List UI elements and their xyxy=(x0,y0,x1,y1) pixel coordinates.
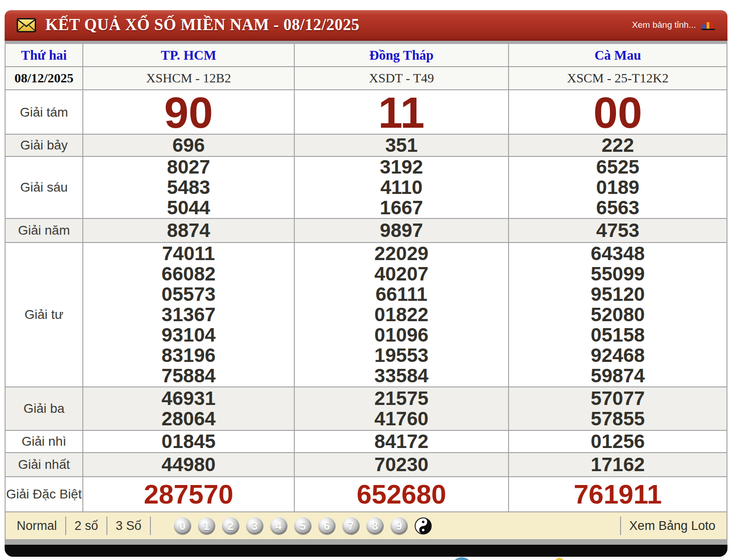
special-prize-number: 287570 xyxy=(144,480,234,508)
province-table-link[interactable]: Xem bảng tỉnh... xyxy=(632,20,696,30)
prize-number: 44980 xyxy=(162,454,216,475)
separator xyxy=(106,516,107,535)
prize-number: 66111 xyxy=(375,284,427,305)
prize-cell: 761911 xyxy=(509,477,727,511)
prize-cell: 22029 40207 66111 01822 01096 19553 3358… xyxy=(295,243,509,386)
prize8-row: Giải tám 90 11 00 xyxy=(6,90,727,135)
prize-cell: 90 xyxy=(83,90,295,135)
prize-cell: 696 xyxy=(83,135,295,156)
column-header-camau[interactable]: Cà Mau xyxy=(509,44,727,66)
mode-2-digits[interactable]: 2 số xyxy=(75,519,98,533)
loto-table-link[interactable]: Xem Bảng Loto xyxy=(629,519,715,533)
digit-ball-5[interactable]: 5 xyxy=(294,517,311,535)
prize-label-cell: Giải sáu xyxy=(6,157,83,218)
prize-cell: 11 xyxy=(295,90,509,135)
prize-number: 41760 xyxy=(374,409,429,429)
prize-cell: 57077 57855 xyxy=(509,387,727,430)
prize-cell: 01845 xyxy=(83,431,295,452)
separator xyxy=(65,516,66,535)
bar-chart-icon[interactable] xyxy=(702,19,715,31)
prize-label: Giải tám xyxy=(20,105,68,120)
prize-number: 17162 xyxy=(591,454,645,475)
header-right: Xem bảng tỉnh... xyxy=(632,19,715,31)
digit-ball-8[interactable]: 8 xyxy=(366,517,384,535)
prize-number: 4110 xyxy=(380,177,422,198)
prize-label: Giải sáu xyxy=(20,180,68,195)
prize-number: 8874 xyxy=(167,220,210,241)
draw-date: 08/12/2025 xyxy=(14,71,74,86)
prize-label: Giải bảy xyxy=(20,138,68,153)
prize-cell: 8874 xyxy=(83,219,295,242)
draw-code: XSCM - 25-T12K2 xyxy=(567,71,668,86)
yin-yang-icon[interactable] xyxy=(415,517,432,535)
prize-cell: 46931 28064 xyxy=(83,387,295,430)
prize-cell: 8027 5483 5044 xyxy=(83,157,295,218)
code-cell: XSCM - 25-T12K2 xyxy=(509,67,727,89)
separator xyxy=(150,516,151,535)
prize-number: 4753 xyxy=(596,220,639,241)
prize1-row: Giải nhất 44980 70230 17162 xyxy=(6,453,727,477)
prize-cell: 4753 xyxy=(509,219,727,242)
prize-number: 95120 xyxy=(591,284,645,305)
prize-label: Giải năm xyxy=(18,223,70,238)
prize-number: 01845 xyxy=(162,431,216,452)
prize-number: 74011 xyxy=(162,243,215,264)
prize-number: 19553 xyxy=(374,345,429,366)
lottery-widget: KẾT QUẢ XỔ SỐ MIỀN NAM - 08/12/2025 Xem … xyxy=(5,10,727,557)
prize-number: 28064 xyxy=(162,409,216,429)
mode-3-digits[interactable]: 3 Số xyxy=(116,519,142,533)
prize-number: 01096 xyxy=(374,325,429,345)
digit-ball-3[interactable]: 3 xyxy=(246,517,263,535)
digit-ball-7[interactable]: 7 xyxy=(342,517,360,535)
partial-blue-circle xyxy=(451,557,472,560)
loto-group: Xem Bảng Loto xyxy=(612,516,715,535)
digit-ball-2[interactable]: 2 xyxy=(222,517,239,535)
digit-ball-9[interactable]: 9 xyxy=(391,517,408,535)
prize-cell: 9897 xyxy=(295,219,509,242)
column-header-dongthap[interactable]: Đồng Tháp xyxy=(295,44,509,66)
special-prize-number: 652680 xyxy=(357,480,447,508)
prize-number: 75884 xyxy=(162,366,216,386)
prize-label-cell: Giải ba xyxy=(6,387,83,430)
date-cell: 08/12/2025 xyxy=(6,67,83,89)
prize-label-cell: Giải nhì xyxy=(6,431,83,452)
prize-cell: 01256 xyxy=(509,431,727,452)
digit-ball-6[interactable]: 6 xyxy=(318,517,335,535)
prize-label-cell: Giải năm xyxy=(6,219,83,242)
prize5-row: Giải năm 8874 9897 4753 xyxy=(6,219,727,243)
draw-code: XSDT - T49 xyxy=(369,71,434,86)
prize-number: 66082 xyxy=(162,264,216,284)
partial-yellow-shape xyxy=(554,558,565,560)
prize-number: 696 xyxy=(172,135,205,156)
prize-cell: 74011 66082 05573 31367 93104 83196 7588… xyxy=(83,243,295,386)
prize-number: 31367 xyxy=(162,305,216,325)
special-prize-number: 761911 xyxy=(574,480,662,508)
prize-number: 11 xyxy=(378,90,424,135)
prize-number: 5483 xyxy=(167,177,210,198)
prize-label-cell: Giải tám xyxy=(6,90,83,135)
prize-cell: 64348 55099 95120 52080 05158 92468 5987… xyxy=(509,243,727,386)
prize-cell: 17162 xyxy=(509,453,727,476)
prize-cell: 287570 xyxy=(83,477,295,511)
digit-ball-4[interactable]: 4 xyxy=(270,517,287,535)
prize-cell: 6525 0189 6563 xyxy=(509,157,727,218)
prize6-row: Giải sáu 8027 5483 5044 3192 4110 1667 6… xyxy=(6,157,727,219)
separator xyxy=(620,516,621,535)
mode-normal[interactable]: Normal xyxy=(17,519,57,533)
prize-number: 33584 xyxy=(374,366,429,386)
prize-cell: 84172 xyxy=(295,431,509,452)
prize-number: 222 xyxy=(602,135,634,156)
prize-number: 57077 xyxy=(591,388,645,409)
prize-number: 351 xyxy=(385,135,417,156)
prize-number: 52080 xyxy=(591,305,645,325)
prize-label: Giải nhất xyxy=(18,457,70,472)
prize-number: 59874 xyxy=(591,366,645,386)
column-header-tphcm[interactable]: TP. HCM xyxy=(83,44,295,66)
code-cell: XSHCM - 12B2 xyxy=(83,67,295,89)
prize-label-cell: Giải tư xyxy=(6,243,83,386)
digit-filter-group: 0 1 2 3 4 5 6 7 8 9 xyxy=(174,517,432,535)
digit-ball-0[interactable]: 0 xyxy=(174,517,191,535)
digit-ball-1[interactable]: 1 xyxy=(198,517,215,535)
prize-number: 93104 xyxy=(162,325,216,345)
divider-strip-bottom xyxy=(5,539,727,545)
